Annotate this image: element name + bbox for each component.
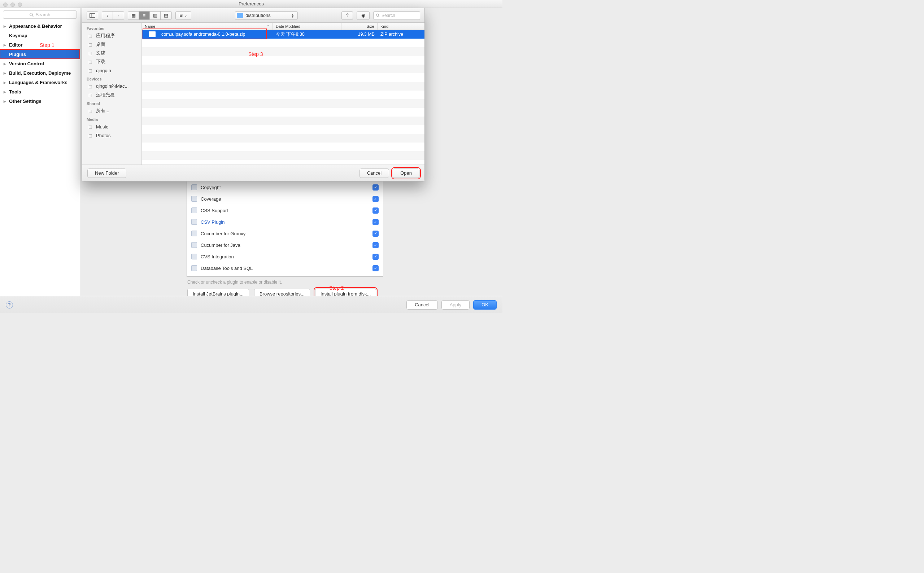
sidebar-item-label: Languages & Frameworks [9,80,67,85]
svg-line-1 [33,16,34,17]
sidebar-location-item[interactable]: ◻远程光盘 [82,91,141,99]
sidebar-item-other-settings[interactable]: ▸Other Settings [0,96,80,106]
plugin-row[interactable]: Cucumber for Java✓ [187,239,383,251]
plugin-icon [191,265,197,271]
sidebar-item-tools[interactable]: ▸Tools [0,87,80,96]
plugin-checkbox[interactable]: ✓ [373,207,379,214]
sidebar-item-label: Appearance & Behavior [9,23,62,29]
new-folder-button[interactable]: New Folder [87,169,126,178]
sidebar-item-editor[interactable]: ▸Editor [0,40,80,49]
nav-forward-button[interactable]: › [113,11,124,19]
group-icon: ⊞ ⌄ [179,13,187,18]
path-dropdown[interactable]: distributions ▲▼ [235,11,298,20]
location-icon: ◻ [87,68,93,73]
location-icon: ◻ [87,59,93,64]
column-kind-header[interactable]: Kind [377,23,424,30]
sidebar-item-label: Version Control [9,61,44,66]
ok-button[interactable]: OK [473,300,496,310]
location-label: 所有... [96,108,110,114]
cancel-button[interactable]: Cancel [406,300,437,310]
view-list-button[interactable]: ≡ [139,11,150,19]
view-columns-button[interactable]: ▥ [150,11,161,19]
sidebar-location-item[interactable]: ◻所有... [82,106,141,115]
file-picker-cancel-button[interactable]: Cancel [360,169,389,178]
plugin-checkbox[interactable]: ✓ [373,265,379,271]
plugin-row[interactable]: CSS Support✓ [187,205,383,216]
plugin-name: Cucumber for Groovy [201,231,369,236]
sidebar-location-item[interactable]: ◻文稿 [82,49,141,57]
plugin-row[interactable]: CSV Plugin✓ [187,216,383,228]
sidebar-icon [89,13,95,18]
file-picker-open-button[interactable]: Open [393,169,420,178]
plugin-row[interactable]: Database Tools and SQL✓ [187,262,383,274]
nav-back-button[interactable]: ‹ [102,11,113,19]
sidebar-toggle-button[interactable] [87,11,98,20]
sidebar-item-languages-frameworks[interactable]: ▸Languages & Frameworks [0,78,80,87]
svg-point-0 [30,13,33,16]
sidebar-location-item[interactable]: ◻Music [82,122,141,131]
plugin-name: CSV Plugin [201,219,369,225]
columns-icon: ▥ [153,13,157,18]
column-date-header[interactable]: Date Modified [273,23,341,30]
grid-icon: ▦ [132,13,136,18]
sidebar-location-item[interactable]: ◻下载 [82,57,141,66]
sidebar-item-build-execution-deployme[interactable]: ▸Build, Execution, Deployme [0,68,80,78]
file-picker-search-input[interactable]: Search [373,11,420,20]
tag-icon: ◉ [361,13,365,18]
file-rows: com.alipay.sofa.andromeda-0.1.0-beta.zip… [142,30,424,164]
file-list-header: Name⌃ Date Modified Size Kind [142,23,424,30]
location-icon: ◻ [87,50,93,56]
plugin-row[interactable]: Copyright✓ [187,182,383,193]
location-icon: ◻ [87,42,93,47]
sidebar-item-label: Build, Execution, Deployme [9,70,71,76]
apply-button[interactable]: Apply [442,300,470,310]
sidebar-section-header: Favorites [82,24,141,31]
search-icon [29,13,34,17]
plugin-name: Cucumber for Java [201,243,369,248]
plugin-row[interactable]: CVS Integration✓ [187,251,383,262]
plugin-checkbox[interactable]: ✓ [373,185,379,191]
plugin-checkbox[interactable]: ✓ [373,230,379,237]
column-name-header[interactable]: Name⌃ [142,23,273,30]
plugin-icon [191,219,197,225]
sidebar-location-item[interactable]: ◻qingqin的Mac... [82,82,141,91]
sidebar-section-header: Shared [82,99,141,106]
file-list-area: Name⌃ Date Modified Size Kind com.alipay… [142,23,424,164]
group-by-button[interactable]: ⊞ ⌄ [175,11,191,20]
plugin-row[interactable]: Coverage✓ [187,193,383,205]
help-button[interactable]: ? [6,301,13,308]
file-row[interactable]: com.alipay.sofa.andromeda-0.1.0-beta.zip… [142,30,424,39]
plugin-checkbox[interactable]: ✓ [373,219,379,225]
disclosure-triangle-icon: ▸ [4,42,7,48]
plugin-checkbox[interactable]: ✓ [373,242,379,248]
sidebar-item-keymap[interactable]: ▸Keymap [0,31,80,40]
file-picker-sidebar: Favorites◻应用程序◻桌面◻文稿◻下载◻qingqinDevices◻q… [82,23,142,164]
svg-line-5 [379,16,380,17]
location-label: 远程光盘 [96,92,115,98]
column-size-header[interactable]: Size [341,23,377,30]
sidebar-location-item[interactable]: ◻桌面 [82,40,141,49]
sidebar-location-item[interactable]: ◻qingqin [82,66,141,75]
plugin-checkbox[interactable]: ✓ [373,254,379,260]
location-icon: ◻ [87,108,93,113]
sidebar-item-appearance-behavior[interactable]: ▸Appearance & Behavior [0,21,80,31]
share-button[interactable]: ⇧ [341,11,353,20]
share-icon: ⇧ [345,13,349,18]
svg-point-4 [376,14,379,16]
plugin-icon [191,230,197,236]
plugin-row[interactable]: Cucumber for Groovy✓ [187,228,383,239]
preferences-search-input[interactable]: Search [3,11,77,19]
plugin-checkbox[interactable]: ✓ [373,196,379,202]
location-label: 应用程序 [96,33,115,39]
disclosure-triangle-icon: ▸ [4,99,7,104]
sidebar-location-item[interactable]: ◻Photos [82,131,141,139]
sidebar-item-version-control[interactable]: ▸Version Control [0,59,80,68]
sidebar-location-item[interactable]: ◻应用程序 [82,31,141,40]
view-icons-button[interactable]: ▦ [128,11,139,19]
view-coverflow-button[interactable]: ▤ [161,11,171,19]
sidebar-item-plugins[interactable]: ▸Plugins [0,49,80,59]
location-icon: ◻ [87,92,93,97]
search-icon [376,13,380,17]
file-size: 19.3 MB [341,32,377,37]
tags-button[interactable]: ◉ [357,11,370,20]
